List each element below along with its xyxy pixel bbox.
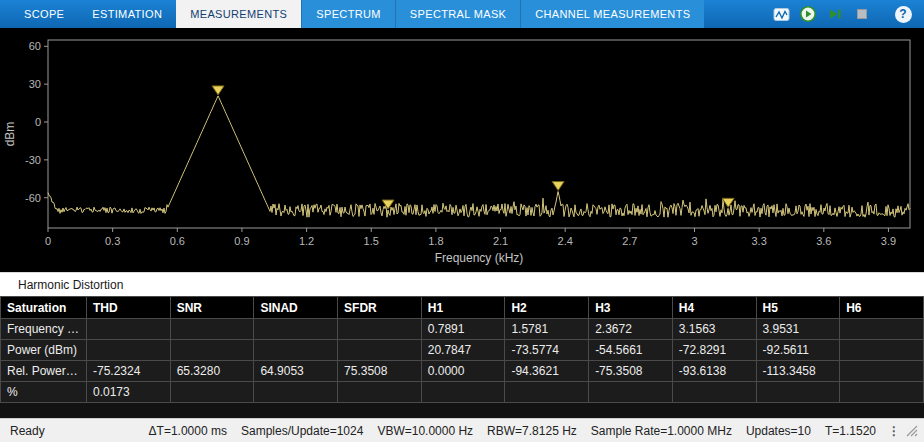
x-tick-label: 0 <box>45 235 51 247</box>
table-cell: 65.3280 <box>170 361 254 382</box>
table-cell: -75.2324 <box>87 361 171 382</box>
table-cell <box>421 382 505 403</box>
table-cell <box>87 319 171 340</box>
table-cell: 3.9531 <box>756 319 840 340</box>
table-cell <box>254 382 338 403</box>
tab-channel-measurements[interactable]: CHANNEL MEASUREMENTS <box>520 0 704 28</box>
table-cell: -93.6138 <box>672 361 756 382</box>
status-item: ΔT=1.0000 ms <box>149 424 227 438</box>
table-cell <box>505 382 589 403</box>
table-cell: -75.3508 <box>589 361 673 382</box>
table-cell <box>840 382 924 403</box>
status-item: Sample Rate=1.0000 MHz <box>591 424 732 438</box>
row-label: Rel. Power (dB... <box>1 361 87 382</box>
row-label: % <box>1 382 87 403</box>
table-cell: -113.3458 <box>756 361 840 382</box>
column-header-h2: H2 <box>505 297 589 319</box>
help-icon: ? <box>895 6 912 23</box>
table-cell: 2.3672 <box>589 319 673 340</box>
table-cell: 0.0000 <box>421 361 505 382</box>
step-forward-button[interactable] <box>824 3 846 25</box>
table-cell: 64.9053 <box>254 361 338 382</box>
toolbar-buttons: ? <box>770 0 924 28</box>
x-axis-label: Frequency (kHz) <box>435 251 524 265</box>
table-cell: 0.0173 <box>87 382 171 403</box>
table-cell <box>254 319 338 340</box>
status-overflow-icon[interactable]: ⋮ <box>888 424 900 438</box>
x-tick-label: 2.1 <box>493 235 508 247</box>
table-cell <box>840 319 924 340</box>
x-tick-label: 0.3 <box>105 235 120 247</box>
row-label: Power (dBm) <box>1 340 87 361</box>
column-header-sinad: SINAD <box>254 297 338 319</box>
table-cell: -92.5611 <box>756 340 840 361</box>
x-tick-label: 3 <box>691 235 697 247</box>
tab-scope[interactable]: SCOPE <box>10 0 78 28</box>
stop-button[interactable] <box>851 3 873 25</box>
table-cell <box>170 382 254 403</box>
column-header-h3: H3 <box>589 297 673 319</box>
status-bar: Ready ΔT=1.0000 msSamples/Update=1024VBW… <box>0 418 924 442</box>
column-header-saturation: Saturation <box>1 297 87 319</box>
column-header-thd: THD <box>87 297 171 319</box>
harmonic-table-head-row: SaturationTHDSNRSINADSFDRH1H2H3H4H5H6 <box>1 297 924 319</box>
status-item: Samples/Update=1024 <box>241 424 363 438</box>
table-cell <box>338 319 422 340</box>
scope-tool-icon <box>773 6 790 23</box>
x-tick-label: 1.2 <box>299 235 314 247</box>
table-cell <box>170 319 254 340</box>
table-cell <box>840 361 924 382</box>
x-tick-label: 2.4 <box>558 235 573 247</box>
status-item: RBW=7.8125 Hz <box>487 424 577 438</box>
play-icon <box>799 5 817 23</box>
table-cell: -73.5774 <box>505 340 589 361</box>
y-tick-label: 30 <box>29 78 41 90</box>
harmonic-section-header: Harmonic Distortion <box>0 272 924 296</box>
column-header-snr: SNR <box>170 297 254 319</box>
status-item: Updates=10 <box>746 424 811 438</box>
run-button[interactable] <box>797 3 819 25</box>
scope-tool-button[interactable] <box>770 3 792 25</box>
spectrum-display: 60300-30-6000.30.60.91.21.51.82.12.42.73… <box>0 28 924 272</box>
table-row: %0.0173 <box>1 382 924 403</box>
stop-icon <box>853 5 871 23</box>
table-cell <box>840 340 924 361</box>
tab-spectrum[interactable]: SPECTRUM <box>301 0 395 28</box>
help-button[interactable]: ? <box>892 3 914 25</box>
column-header-h4: H4 <box>672 297 756 319</box>
row-label: Frequency (k... <box>1 319 87 340</box>
table-cell: -94.3621 <box>505 361 589 382</box>
column-header-h6: H6 <box>840 297 924 319</box>
x-tick-label: 3.6 <box>816 235 831 247</box>
x-tick-label: 3.9 <box>881 235 896 247</box>
toolbar: SCOPEESTIMATIONMEASUREMENTSSPECTRUMSPECT… <box>0 0 924 28</box>
toolbar-tabs: SCOPEESTIMATIONMEASUREMENTSSPECTRUMSPECT… <box>0 0 704 28</box>
y-tick-label: 60 <box>29 40 41 52</box>
table-row: Power (dBm)20.7847-73.5774-54.5661-72.82… <box>1 340 924 361</box>
harmonic-table: SaturationTHDSNRSINADSFDRH1H2H3H4H5H6 Fr… <box>0 296 924 403</box>
harmonic-section-title: Harmonic Distortion <box>18 278 123 292</box>
table-cell: 20.7847 <box>421 340 505 361</box>
tab-spectral-mask[interactable]: SPECTRAL MASK <box>395 0 520 28</box>
table-cell <box>254 340 338 361</box>
table-row: Frequency (k...0.78911.57812.36723.15633… <box>1 319 924 340</box>
table-cell: -72.8291 <box>672 340 756 361</box>
status-ready: Ready <box>10 424 45 438</box>
table-cell: -54.5661 <box>589 340 673 361</box>
y-tick-label: -60 <box>25 192 41 204</box>
plot-axes-box <box>48 40 910 228</box>
y-tick-label: 0 <box>35 116 41 128</box>
y-axis-label: dBm <box>3 122 17 147</box>
x-tick-label: 0.9 <box>234 235 249 247</box>
y-tick-label: -30 <box>25 154 41 166</box>
harmonic-table-body: Frequency (k...0.78911.57812.36723.15633… <box>1 319 924 403</box>
spectrum-plot: 60300-30-6000.30.60.91.21.51.82.12.42.73… <box>0 28 924 272</box>
table-cell <box>338 382 422 403</box>
resize-grip-icon[interactable] <box>906 425 918 437</box>
table-cell <box>87 340 171 361</box>
tab-estimation[interactable]: ESTIMATION <box>78 0 176 28</box>
x-tick-label: 3.3 <box>752 235 767 247</box>
tab-measurements[interactable]: MEASUREMENTS <box>176 0 301 28</box>
column-header-sfdr: SFDR <box>338 297 422 319</box>
status-items: ΔT=1.0000 msSamples/Update=1024VBW=10.00… <box>149 424 876 438</box>
